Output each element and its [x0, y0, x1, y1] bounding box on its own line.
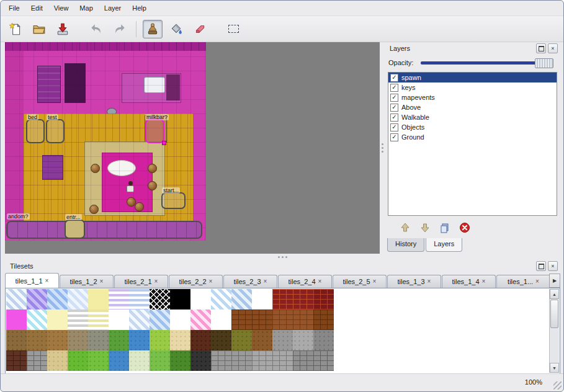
save-button[interactable] [53, 20, 73, 38]
tile-cell[interactable] [170, 330, 190, 350]
tile-cell[interactable] [211, 330, 231, 350]
map-object-random[interactable] [6, 221, 202, 239]
tile-cell[interactable] [129, 350, 150, 371]
tile-cell[interactable] [293, 310, 313, 330]
tile-cell[interactable] [27, 330, 47, 350]
tile-cell[interactable] [231, 289, 252, 310]
tileset-grid[interactable] [6, 289, 334, 371]
bucket-fill-button[interactable] [166, 20, 186, 38]
tileset-tab[interactable]: tiles_2_4 × [278, 275, 332, 288]
scroll-up-icon[interactable]: ▲ [550, 289, 559, 299]
raise-layer-button[interactable] [398, 221, 412, 234]
duplicate-layer-button[interactable] [438, 221, 452, 234]
close-tab-icon[interactable]: × [45, 278, 49, 284]
tile-cell[interactable] [252, 289, 272, 310]
tile-cell[interactable] [109, 289, 129, 310]
close-panel-button[interactable]: × [548, 261, 558, 271]
tile-cell[interactable] [27, 289, 47, 310]
tile-cell[interactable] [313, 289, 334, 310]
tile-cell[interactable] [129, 289, 150, 310]
tile-cell[interactable] [170, 289, 190, 310]
lower-layer-button[interactable] [418, 221, 432, 234]
map-canvas[interactable]: bed test milkbar? start... andom? entr..… [5, 42, 206, 241]
layer-row-objects[interactable]: ✓ Objects [388, 122, 557, 132]
tile-cell[interactable] [272, 310, 293, 330]
tile-cell[interactable] [68, 330, 88, 350]
menu-file[interactable]: File [3, 2, 25, 14]
tile-cell[interactable] [88, 310, 109, 330]
map-object-milkbar[interactable] [145, 119, 164, 143]
close-tab-icon[interactable]: × [373, 278, 377, 285]
close-panel-button[interactable]: × [548, 43, 558, 53]
layer-row-keys[interactable]: ✓ keys [388, 82, 557, 92]
tileset-tab[interactable]: tiles_2_2 × [169, 275, 223, 288]
tile-cell[interactable] [190, 289, 211, 310]
tile-cell[interactable] [190, 310, 211, 330]
tile-cell[interactable] [27, 350, 47, 371]
tileset-tab[interactable]: tiles_2_5 × [333, 275, 387, 288]
resize-grip[interactable] [553, 381, 562, 390]
tile-cell[interactable] [293, 330, 313, 350]
tile-cell[interactable] [129, 330, 150, 350]
stamp-brush-button[interactable] [143, 20, 163, 38]
tile-cell[interactable] [231, 310, 252, 330]
close-tab-icon[interactable]: × [264, 278, 267, 285]
menu-map[interactable]: Map [74, 2, 98, 14]
layer-row-spawn[interactable]: ✓ spawn [388, 73, 557, 82]
close-tab-icon[interactable]: × [100, 278, 104, 285]
tile-cell[interactable] [190, 350, 211, 371]
tile-cell[interactable] [170, 310, 190, 330]
tile-cell[interactable] [313, 350, 334, 371]
tile-cell[interactable] [150, 289, 170, 310]
rect-select-button[interactable] [223, 20, 243, 38]
layer-checkbox[interactable]: ✓ [390, 84, 398, 92]
tile-cell[interactable] [27, 310, 47, 330]
tile-cell[interactable] [88, 289, 109, 310]
map-object-entrance[interactable] [65, 220, 85, 239]
tile-cell[interactable] [68, 289, 88, 310]
layer-checkbox[interactable]: ✓ [390, 114, 398, 122]
float-panel-button[interactable] [536, 43, 546, 53]
menu-edit[interactable]: Edit [25, 2, 48, 14]
scrollbar-track[interactable] [550, 299, 559, 363]
tile-cell[interactable] [109, 310, 129, 330]
tile-cell[interactable] [170, 350, 190, 371]
open-button[interactable] [29, 20, 49, 38]
tab-scroll-right-button[interactable]: ▶ [549, 274, 560, 288]
tile-cell[interactable] [150, 350, 170, 371]
tile-cell[interactable] [252, 350, 272, 371]
tile-cell[interactable] [150, 310, 170, 330]
tile-cell[interactable] [293, 289, 313, 310]
tile-cell[interactable] [88, 330, 109, 350]
tile-cell[interactable] [231, 330, 252, 350]
tile-cell[interactable] [252, 330, 272, 350]
layer-row-walkable[interactable]: ✓ Walkable [388, 112, 557, 122]
tab-layers[interactable]: Layers [426, 238, 462, 252]
tile-cell[interactable] [109, 330, 129, 350]
delete-layer-button[interactable] [458, 221, 472, 234]
vertical-splitter[interactable] [380, 42, 385, 254]
tileset-tab[interactable]: tiles_1_1 × [5, 273, 59, 288]
tile-cell[interactable] [6, 350, 27, 371]
tile-cell[interactable] [6, 289, 27, 310]
tileset-scrollbar[interactable]: ▲ ▼ [549, 289, 559, 373]
tileset-tab[interactable]: tiles_2_3 × [223, 275, 277, 288]
map-object-start[interactable] [161, 192, 186, 209]
tile-cell[interactable] [6, 330, 27, 350]
layer-checkbox[interactable]: ✓ [390, 123, 398, 131]
layer-checkbox[interactable]: ✓ [390, 94, 398, 102]
close-tab-icon[interactable]: × [482, 278, 486, 285]
menu-help[interactable]: Help [127, 2, 152, 14]
redo-button[interactable] [110, 20, 130, 38]
tile-cell[interactable] [68, 310, 88, 330]
tile-cell[interactable] [47, 350, 68, 371]
layer-row-mapevents[interactable]: ✓ mapevents [388, 92, 557, 102]
tile-cell[interactable] [68, 350, 88, 371]
eraser-button[interactable] [190, 20, 210, 38]
undo-button[interactable] [86, 20, 106, 38]
float-panel-button[interactable] [536, 261, 546, 271]
tab-history[interactable]: History [387, 238, 424, 252]
layer-row-ground[interactable]: ✓ Ground [388, 132, 557, 142]
tile-cell[interactable] [109, 350, 129, 371]
tile-cell[interactable] [47, 289, 68, 310]
